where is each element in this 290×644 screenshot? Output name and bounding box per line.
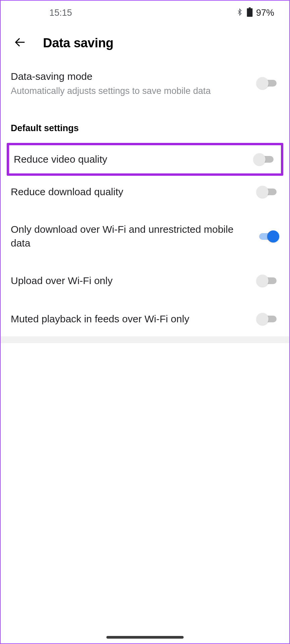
- toggle-muted-playback-wifi[interactable]: [256, 313, 279, 325]
- section-header-default-settings: Default settings: [1, 116, 289, 137]
- setting-only-download-wifi[interactable]: Only download over Wi-Fi and unrestricte…: [1, 217, 289, 256]
- setting-title: Data-saving mode: [11, 70, 250, 84]
- back-arrow-icon[interactable]: [13, 36, 27, 50]
- status-right: 97%: [236, 7, 274, 18]
- setting-reduce-download-quality[interactable]: Reduce download quality: [1, 178, 289, 205]
- setting-content: Only download over Wi-Fi and unrestricte…: [11, 223, 256, 250]
- setting-content: Reduce download quality: [11, 185, 256, 199]
- setting-subtitle: Automatically adjusts settings to save m…: [11, 85, 250, 97]
- setting-title: Reduce download quality: [11, 185, 250, 199]
- battery-percent: 97%: [256, 8, 274, 18]
- setting-upload-wifi-only[interactable]: Upload over Wi-Fi only: [1, 267, 289, 294]
- battery-icon: [247, 7, 253, 18]
- svg-rect-0: [249, 7, 251, 8]
- page-header: Data saving: [1, 25, 289, 64]
- bluetooth-icon: [236, 7, 243, 18]
- setting-title: Only download over Wi-Fi and unrestricte…: [11, 223, 250, 250]
- setting-title: Upload over Wi-Fi only: [11, 274, 250, 288]
- setting-title: Reduce video quality: [14, 153, 247, 166]
- home-indicator[interactable]: [106, 636, 184, 639]
- status-time: 15:15: [49, 8, 72, 18]
- status-bar: 15:15 97%: [1, 1, 289, 25]
- svg-rect-1: [247, 8, 253, 17]
- setting-title: Muted playback in feeds over Wi-Fi only: [11, 312, 250, 326]
- setting-content: Data-saving mode Automatically adjusts s…: [11, 70, 256, 97]
- setting-data-saving-mode[interactable]: Data-saving mode Automatically adjusts s…: [1, 64, 289, 103]
- toggle-reduce-download-quality[interactable]: [256, 186, 279, 198]
- setting-muted-playback-wifi[interactable]: Muted playback in feeds over Wi-Fi only: [1, 306, 289, 332]
- toggle-only-download-wifi[interactable]: [256, 230, 279, 243]
- toggle-upload-wifi-only[interactable]: [256, 275, 279, 287]
- divider: [1, 336, 289, 343]
- highlight-reduce-video-quality: Reduce video quality: [7, 143, 283, 176]
- setting-content: Muted playback in feeds over Wi-Fi only: [11, 312, 256, 326]
- setting-content: Upload over Wi-Fi only: [11, 274, 256, 288]
- toggle-reduce-video-quality[interactable]: [253, 153, 276, 165]
- toggle-data-saving-mode[interactable]: [256, 77, 279, 89]
- setting-content: Reduce video quality: [14, 153, 253, 166]
- page-title: Data saving: [43, 36, 113, 50]
- setting-reduce-video-quality[interactable]: Reduce video quality: [9, 145, 281, 174]
